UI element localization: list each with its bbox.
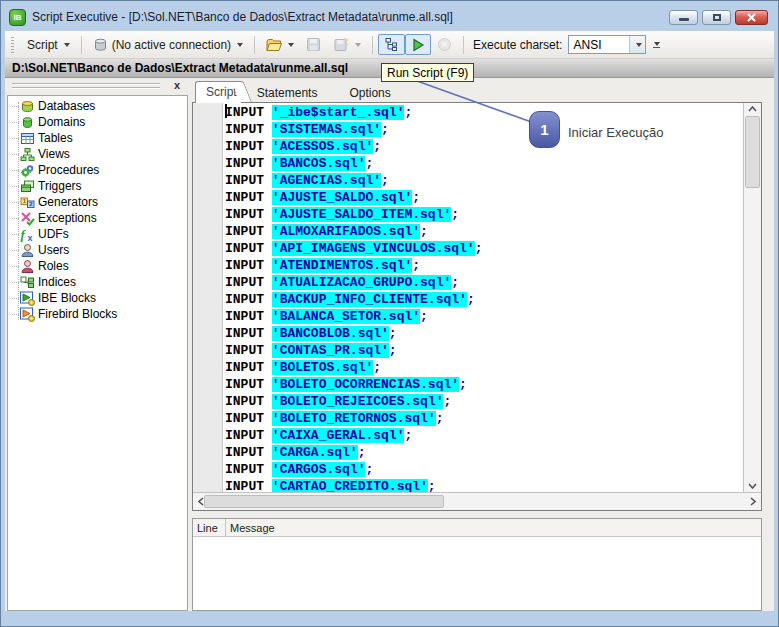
script-menu-button[interactable]: Script: [21, 34, 76, 55]
script-structure-button[interactable]: [378, 34, 405, 55]
code-line[interactable]: INPUT 'BOLETOS.sql';: [225, 359, 743, 376]
open-script-button[interactable]: [260, 34, 300, 55]
sql-terminator: ;: [381, 122, 389, 137]
toolbar-grip[interactable]: [11, 37, 14, 53]
horizontal-scroll-thumb[interactable]: [204, 495, 444, 508]
scroll-down-icon[interactable]: [748, 483, 757, 489]
column-header-line[interactable]: Line: [193, 519, 226, 536]
tree-item-triggers[interactable]: Triggers: [8, 178, 187, 194]
code-line[interactable]: INPUT 'BOLETO_OCORRENCIAS.sql';: [225, 376, 743, 393]
sql-terminator: ;: [358, 445, 366, 460]
tree-item-domains[interactable]: Domains: [8, 114, 187, 130]
tree-connector: [12, 170, 19, 171]
code-line[interactable]: INPUT 'BANCOBLOB.sql';: [225, 325, 743, 342]
tree-item-label: Databases: [38, 99, 95, 113]
scroll-up-icon[interactable]: [748, 106, 757, 112]
save-as-button[interactable]: [327, 34, 367, 55]
sidebar-header[interactable]: x: [7, 78, 188, 95]
code-line[interactable]: INPUT 'ALMOXARIFADOS.sql';: [225, 223, 743, 240]
code-line[interactable]: INPUT 'AGENCIAS.sql';: [225, 172, 743, 189]
code-line[interactable]: INPUT 'API_IMAGENS_VINCULOS.sql';: [225, 240, 743, 257]
run-script-button[interactable]: [405, 34, 431, 55]
minimize-button[interactable]: [669, 10, 698, 25]
code-line[interactable]: INPUT 'BOLETO_REJEICOES.sql';: [225, 393, 743, 410]
editor-gutter: [193, 103, 223, 492]
code-line[interactable]: INPUT 'BOLETO_RETORNOS.sql';: [225, 410, 743, 427]
toolbar-separator: [254, 36, 255, 54]
message-grid-header: Line Message: [193, 519, 761, 537]
sql-keyword: INPUT: [225, 241, 264, 256]
grip-line: [12, 83, 160, 84]
tree-item-roles[interactable]: Roles: [8, 258, 187, 274]
toolbar-overflow-button[interactable]: [652, 42, 660, 48]
maximize-icon: [713, 14, 721, 21]
message-splitter[interactable]: [192, 511, 762, 518]
toolbar-separator: [463, 36, 464, 54]
sql-string: 'ALMOXARIFADOS.sql': [272, 224, 420, 239]
code-line[interactable]: INPUT '_ibe$start_.sql';: [225, 104, 743, 121]
code-line[interactable]: INPUT 'SISTEMAS.sql';: [225, 121, 743, 138]
tree-connector: [12, 218, 19, 219]
code-line[interactable]: INPUT 'CONTAS_PR.sql';: [225, 342, 743, 359]
tree-item-label: UDFs: [38, 227, 69, 241]
databases-icon: [20, 99, 35, 114]
code-line[interactable]: INPUT 'ATUALIZACAO_GRUPO.sql';: [225, 274, 743, 291]
code-line[interactable]: INPUT 'AJUSTE_SALDO.sql';: [225, 189, 743, 206]
code-line[interactable]: INPUT 'BANCOS.sql';: [225, 155, 743, 172]
code-line[interactable]: INPUT 'CARGA.sql';: [225, 444, 743, 461]
code-line[interactable]: INPUT 'CAIXA_GERAL.sql';: [225, 427, 743, 444]
charset-combobox[interactable]: ANSI: [568, 35, 646, 54]
connection-dropdown[interactable]: (No active connection): [87, 34, 249, 55]
tab-script[interactable]: Script: [195, 81, 241, 103]
index-icon: [20, 275, 35, 290]
combo-arrow[interactable]: [629, 36, 645, 53]
code-line[interactable]: INPUT 'AJUSTE_SALDO_ITEM.sql';: [225, 206, 743, 223]
tree-item-generators[interactable]: 12 Generators: [8, 194, 187, 210]
tree-item-indices[interactable]: Indices: [8, 274, 187, 290]
vertical-scroll-thumb[interactable]: [745, 116, 760, 188]
code-line[interactable]: INPUT 'CARTAO_CREDITO.sql';: [225, 478, 743, 492]
sql-string: 'AGENCIAS.sql': [272, 173, 381, 188]
tree-item-firebird-blocks[interactable]: Firebird Blocks: [8, 306, 187, 322]
editor-horizontal-scrollbar[interactable]: [193, 492, 761, 510]
stop-script-button[interactable]: [431, 34, 458, 55]
sidebar-close-button[interactable]: x: [174, 79, 180, 92]
column-header-message[interactable]: Message: [226, 519, 275, 536]
sql-terminator: ;: [459, 377, 467, 392]
scroll-right-icon[interactable]: [750, 497, 756, 506]
maximize-button[interactable]: [702, 10, 731, 25]
minimize-icon: [679, 18, 689, 21]
tree-item-views[interactable]: Views: [8, 146, 187, 162]
code-line[interactable]: INPUT 'ACESSOS.sql';: [225, 138, 743, 155]
tree-item-ibe-blocks[interactable]: IBE Blocks: [8, 290, 187, 306]
tree-item-databases[interactable]: Databases: [8, 98, 187, 114]
tree-item-users[interactable]: Users: [8, 242, 187, 258]
tree-connector: [12, 234, 19, 235]
code-line[interactable]: INPUT 'CARGOS.sql';: [225, 461, 743, 478]
code-line[interactable]: INPUT 'BALANCA_SETOR.sql';: [225, 308, 743, 325]
tree-item-label: Triggers: [38, 179, 82, 193]
sql-terminator: ;: [420, 224, 428, 239]
sql-editor[interactable]: INPUT '_ibe$start_.sql';INPUT 'SISTEMAS.…: [193, 103, 761, 492]
save-script-button[interactable]: [300, 34, 327, 55]
tab-label: Statements: [257, 86, 318, 100]
tree-item-udfs[interactable]: fx UDFs: [8, 226, 187, 242]
tree-item-tables[interactable]: Tables: [8, 130, 187, 146]
title-bar[interactable]: IB Script Executive - [D:\Sol.NET\Banco …: [9, 4, 770, 30]
tree-item-exceptions[interactable]: Exceptions: [8, 210, 187, 226]
code-line[interactable]: INPUT 'BACKUP_INFO_CLIENTE.sql';: [225, 291, 743, 308]
svg-text:f: f: [21, 227, 27, 242]
tab-statements[interactable]: Statements: [241, 83, 334, 103]
editor-vertical-scrollbar[interactable]: [743, 103, 761, 492]
sql-terminator: ;: [451, 275, 459, 290]
tree-item-procedures[interactable]: Procedures: [8, 162, 187, 178]
tab-options[interactable]: Options: [333, 83, 406, 103]
tree-item-label: IBE Blocks: [38, 291, 96, 305]
close-button[interactable]: [735, 10, 768, 25]
code-line[interactable]: INPUT 'ATENDIMENTOS.sql';: [225, 257, 743, 274]
tree-connector: [12, 186, 19, 187]
sql-keyword: INPUT: [225, 224, 264, 239]
execute-charset-label: Execute charset:: [473, 38, 562, 52]
sql-string: 'BANCOS.sql': [272, 156, 366, 171]
message-list[interactable]: [193, 537, 761, 610]
